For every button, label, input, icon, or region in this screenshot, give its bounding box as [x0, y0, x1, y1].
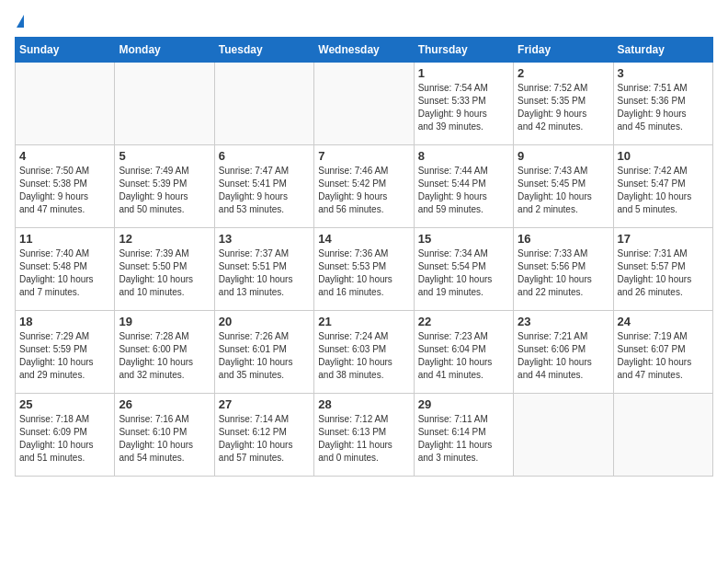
- day-number: 2: [518, 66, 609, 80]
- day-info: Sunrise: 7:46 AM Sunset: 5:42 PM Dayligh…: [318, 165, 409, 216]
- calendar-cell: 11Sunrise: 7:40 AM Sunset: 5:48 PM Dayli…: [16, 228, 115, 311]
- day-number: 13: [219, 232, 310, 246]
- day-info: Sunrise: 7:21 AM Sunset: 6:06 PM Dayligh…: [518, 330, 609, 382]
- calendar-cell: 29Sunrise: 7:11 AM Sunset: 6:14 PM Dayli…: [414, 394, 513, 477]
- calendar-cell: [314, 63, 414, 145]
- day-number: 8: [418, 149, 509, 163]
- calendar-cell: 10Sunrise: 7:42 AM Sunset: 5:47 PM Dayli…: [613, 145, 712, 228]
- calendar-week-1: 1Sunrise: 7:54 AM Sunset: 5:33 PM Daylig…: [16, 63, 713, 145]
- day-info: Sunrise: 7:14 AM Sunset: 6:12 PM Dayligh…: [219, 413, 310, 465]
- day-info: Sunrise: 7:26 AM Sunset: 6:01 PM Dayligh…: [219, 330, 310, 382]
- day-info: Sunrise: 7:52 AM Sunset: 5:35 PM Dayligh…: [518, 82, 609, 133]
- day-info: Sunrise: 7:23 AM Sunset: 6:04 PM Dayligh…: [418, 330, 509, 382]
- calendar-week-3: 11Sunrise: 7:40 AM Sunset: 5:48 PM Dayli…: [16, 228, 713, 311]
- day-number: 5: [119, 149, 210, 163]
- day-number: 14: [318, 232, 409, 246]
- day-info: Sunrise: 7:19 AM Sunset: 6:07 PM Dayligh…: [618, 330, 709, 382]
- day-info: Sunrise: 7:44 AM Sunset: 5:44 PM Dayligh…: [418, 165, 509, 216]
- day-info: Sunrise: 7:54 AM Sunset: 5:33 PM Dayligh…: [418, 82, 509, 133]
- day-number: 25: [19, 397, 110, 411]
- calendar-cell: 20Sunrise: 7:26 AM Sunset: 6:01 PM Dayli…: [214, 311, 313, 394]
- day-number: 28: [318, 397, 409, 411]
- day-number: 10: [618, 149, 709, 163]
- calendar-cell: 2Sunrise: 7:52 AM Sunset: 5:35 PM Daylig…: [514, 63, 613, 145]
- day-info: Sunrise: 7:37 AM Sunset: 5:51 PM Dayligh…: [219, 247, 310, 299]
- weekday-header-tuesday: Tuesday: [214, 38, 313, 63]
- day-number: 16: [518, 232, 609, 246]
- day-number: 12: [119, 232, 210, 246]
- weekday-header-saturday: Saturday: [613, 38, 712, 63]
- day-number: 1: [418, 66, 509, 80]
- calendar-cell: [514, 394, 613, 477]
- day-number: 11: [19, 232, 110, 246]
- day-info: Sunrise: 7:47 AM Sunset: 5:41 PM Dayligh…: [219, 165, 310, 216]
- day-info: Sunrise: 7:49 AM Sunset: 5:39 PM Dayligh…: [119, 165, 210, 216]
- calendar-cell: 16Sunrise: 7:33 AM Sunset: 5:56 PM Dayli…: [514, 228, 613, 311]
- calendar-cell: 14Sunrise: 7:36 AM Sunset: 5:53 PM Dayli…: [314, 228, 414, 311]
- calendar-cell: 13Sunrise: 7:37 AM Sunset: 5:51 PM Dayli…: [214, 228, 313, 311]
- day-number: 22: [418, 315, 509, 328]
- calendar-cell: 26Sunrise: 7:16 AM Sunset: 6:10 PM Dayli…: [115, 394, 214, 477]
- calendar-cell: [214, 63, 313, 145]
- calendar-cell: 12Sunrise: 7:39 AM Sunset: 5:50 PM Dayli…: [115, 228, 214, 311]
- day-info: Sunrise: 7:40 AM Sunset: 5:48 PM Dayligh…: [19, 247, 110, 299]
- calendar-week-2: 4Sunrise: 7:50 AM Sunset: 5:38 PM Daylig…: [16, 145, 713, 228]
- logo-triangle-icon: [17, 15, 24, 28]
- day-number: 26: [119, 397, 210, 411]
- logo: [15, 15, 24, 28]
- day-number: 3: [618, 66, 709, 80]
- calendar-cell: [115, 63, 214, 145]
- calendar-cell: 23Sunrise: 7:21 AM Sunset: 6:06 PM Dayli…: [514, 311, 613, 394]
- day-number: 9: [518, 149, 609, 163]
- calendar-cell: 18Sunrise: 7:29 AM Sunset: 5:59 PM Dayli…: [16, 311, 115, 394]
- calendar-cell: 1Sunrise: 7:54 AM Sunset: 5:33 PM Daylig…: [414, 63, 513, 145]
- day-info: Sunrise: 7:11 AM Sunset: 6:14 PM Dayligh…: [418, 413, 509, 465]
- weekday-header-monday: Monday: [115, 38, 214, 63]
- calendar-cell: 8Sunrise: 7:44 AM Sunset: 5:44 PM Daylig…: [414, 145, 513, 228]
- day-number: 7: [318, 149, 409, 163]
- calendar-cell: 25Sunrise: 7:18 AM Sunset: 6:09 PM Dayli…: [16, 394, 115, 477]
- day-number: 15: [418, 232, 509, 246]
- day-number: 6: [219, 149, 310, 163]
- day-info: Sunrise: 7:51 AM Sunset: 5:36 PM Dayligh…: [618, 82, 709, 133]
- calendar-cell: 22Sunrise: 7:23 AM Sunset: 6:04 PM Dayli…: [414, 311, 513, 394]
- calendar-cell: 7Sunrise: 7:46 AM Sunset: 5:42 PM Daylig…: [314, 145, 414, 228]
- day-info: Sunrise: 7:31 AM Sunset: 5:57 PM Dayligh…: [618, 247, 709, 299]
- page-header: [15, 15, 713, 28]
- calendar-cell: 9Sunrise: 7:43 AM Sunset: 5:45 PM Daylig…: [514, 145, 613, 228]
- day-info: Sunrise: 7:29 AM Sunset: 5:59 PM Dayligh…: [19, 330, 110, 382]
- calendar-cell: 19Sunrise: 7:28 AM Sunset: 6:00 PM Dayli…: [115, 311, 214, 394]
- calendar-cell: 3Sunrise: 7:51 AM Sunset: 5:36 PM Daylig…: [613, 63, 712, 145]
- weekday-header-thursday: Thursday: [414, 38, 513, 63]
- day-info: Sunrise: 7:34 AM Sunset: 5:54 PM Dayligh…: [418, 247, 509, 299]
- day-number: 21: [318, 315, 409, 328]
- calendar-header: SundayMondayTuesdayWednesdayThursdayFrid…: [16, 38, 713, 63]
- day-info: Sunrise: 7:33 AM Sunset: 5:56 PM Dayligh…: [518, 247, 609, 299]
- weekday-header-sunday: Sunday: [16, 38, 115, 63]
- day-number: 27: [219, 397, 310, 411]
- calendar-cell: 28Sunrise: 7:12 AM Sunset: 6:13 PM Dayli…: [314, 394, 414, 477]
- calendar-cell: 15Sunrise: 7:34 AM Sunset: 5:54 PM Dayli…: [414, 228, 513, 311]
- day-number: 20: [219, 315, 310, 328]
- day-number: 18: [19, 315, 110, 328]
- calendar-cell: [16, 63, 115, 145]
- calendar-cell: 6Sunrise: 7:47 AM Sunset: 5:41 PM Daylig…: [214, 145, 313, 228]
- day-number: 29: [418, 397, 509, 411]
- day-info: Sunrise: 7:12 AM Sunset: 6:13 PM Dayligh…: [318, 413, 409, 465]
- calendar-cell: 21Sunrise: 7:24 AM Sunset: 6:03 PM Dayli…: [314, 311, 414, 394]
- day-info: Sunrise: 7:39 AM Sunset: 5:50 PM Dayligh…: [119, 247, 210, 299]
- calendar-cell: 24Sunrise: 7:19 AM Sunset: 6:07 PM Dayli…: [613, 311, 712, 394]
- day-number: 23: [518, 315, 609, 328]
- day-info: Sunrise: 7:24 AM Sunset: 6:03 PM Dayligh…: [318, 330, 409, 382]
- day-info: Sunrise: 7:36 AM Sunset: 5:53 PM Dayligh…: [318, 247, 409, 299]
- calendar-week-4: 18Sunrise: 7:29 AM Sunset: 5:59 PM Dayli…: [16, 311, 713, 394]
- weekday-header-friday: Friday: [514, 38, 613, 63]
- calendar-cell: 5Sunrise: 7:49 AM Sunset: 5:39 PM Daylig…: [115, 145, 214, 228]
- day-info: Sunrise: 7:28 AM Sunset: 6:00 PM Dayligh…: [119, 330, 210, 382]
- day-number: 17: [618, 232, 709, 246]
- calendar-week-5: 25Sunrise: 7:18 AM Sunset: 6:09 PM Dayli…: [16, 394, 713, 477]
- day-info: Sunrise: 7:16 AM Sunset: 6:10 PM Dayligh…: [119, 413, 210, 465]
- weekday-header-wednesday: Wednesday: [314, 38, 414, 63]
- day-info: Sunrise: 7:43 AM Sunset: 5:45 PM Dayligh…: [518, 165, 609, 216]
- day-number: 4: [19, 149, 110, 163]
